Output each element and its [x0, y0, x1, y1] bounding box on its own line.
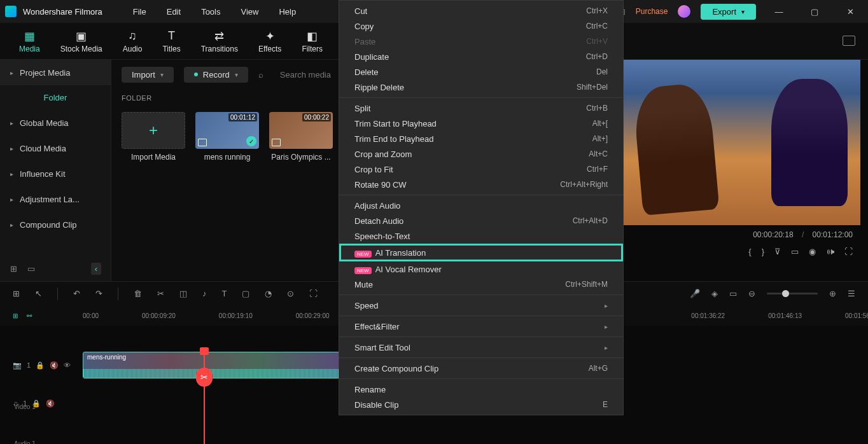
ctx-duplicate[interactable]: DuplicateCtrl+D: [339, 49, 623, 64]
eye-icon[interactable]: 👁: [64, 361, 71, 370]
sidebar-item-global-media[interactable]: ▸Global Media: [0, 110, 111, 135]
tab-titles[interactable]: TTitles: [162, 29, 180, 53]
brace-close-icon[interactable]: }: [762, 247, 764, 256]
close-button[interactable]: ✕: [837, 0, 863, 23]
snapshot-icon[interactable]: [843, 36, 855, 46]
collapse-icon[interactable]: ‹: [91, 263, 101, 275]
ratio-icon[interactable]: ▭: [729, 289, 737, 298]
tab-transitions[interactable]: ⇄Transitions: [201, 29, 238, 53]
ctx-crop-and-zoom[interactable]: Crop and ZoomAlt+C: [339, 146, 623, 162]
media-clip[interactable]: 00:00:22 Paris Olympics ...: [269, 112, 333, 162]
speed-icon[interactable]: ◔: [265, 289, 272, 298]
lock-icon[interactable]: 🔒: [36, 361, 45, 370]
ctx-mute[interactable]: MuteCtrl+Shift+M: [339, 277, 623, 292]
display-icon[interactable]: ▭: [791, 247, 799, 256]
tab-filters[interactable]: ◧Filters: [302, 29, 323, 53]
maximize-button[interactable]: ▢: [802, 0, 827, 23]
track-add-icon[interactable]: ⊞: [13, 312, 18, 319]
export-button[interactable]: Export▾: [701, 4, 756, 20]
ctx-speed[interactable]: Speed: [339, 298, 623, 313]
undo-icon[interactable]: ↶: [73, 289, 80, 298]
menu-tools[interactable]: Tools: [192, 4, 229, 19]
ctx-speech-to-text[interactable]: Speech-to-Text: [339, 228, 623, 244]
zoom-in-icon[interactable]: ⊕: [829, 289, 836, 298]
mute-icon[interactable]: 🔇: [46, 399, 55, 408]
preview-video[interactable]: [612, 60, 860, 225]
shortcut: Ctrl+Alt+D: [573, 216, 608, 225]
brace-open-icon[interactable]: {: [748, 247, 751, 256]
tab-media[interactable]: ▦Media: [19, 29, 40, 53]
sidebar-item-influence-kit[interactable]: ▸Influence Kit: [0, 161, 111, 186]
record-button[interactable]: Record▾: [184, 67, 248, 83]
volume-icon[interactable]: 🕪: [826, 247, 834, 256]
new-folder-icon[interactable]: ⊞: [10, 264, 17, 274]
music-icon[interactable]: ♪: [202, 289, 207, 298]
tab-effects[interactable]: ✦Effects: [258, 29, 281, 53]
video-clip[interactable]: mens-running: [83, 352, 344, 378]
timer-icon[interactable]: ⊙: [287, 289, 294, 298]
ctx-smart-edit-tool[interactable]: Smart Edit Tool: [339, 340, 623, 355]
ctx-trim-end-to-playhead[interactable]: Trim End to PlayheadAlt+]: [339, 131, 623, 146]
ctx-copy[interactable]: CopyCtrl+C: [339, 18, 623, 34]
playhead[interactable]: [204, 350, 205, 444]
effects-icon: ✦: [263, 29, 277, 43]
ctx-cut[interactable]: CutCtrl+X: [339, 3, 623, 18]
ctx-trim-start-to-playhead[interactable]: Trim Start to PlayheadAlt+[: [339, 116, 623, 131]
folder-icon[interactable]: ▭: [27, 264, 35, 274]
minimize-button[interactable]: —: [766, 0, 792, 23]
ctx-detach-audio[interactable]: Detach AudioCtrl+Alt+D: [339, 213, 623, 228]
ctx-effect-filter[interactable]: Effect&Filter: [339, 319, 623, 334]
zoom-slider[interactable]: [767, 293, 818, 295]
crop-icon[interactable]: ◫: [179, 289, 187, 298]
sidebar-item-compound-clip[interactable]: ▸Compound Clip: [0, 212, 111, 237]
cut-icon[interactable]: ✂: [157, 289, 164, 298]
import-button[interactable]: Import▾: [122, 67, 174, 83]
fullscreen-icon[interactable]: ⛶: [844, 247, 853, 256]
purchase-link[interactable]: Purchase: [636, 7, 668, 16]
sidebar-item-project-media[interactable]: ▸Project Media: [0, 60, 111, 85]
menu-edit[interactable]: Edit: [158, 4, 190, 19]
ctx-disable-clip[interactable]: Disable ClipE: [339, 397, 623, 412]
redo-icon[interactable]: ↷: [95, 289, 102, 298]
menu-view[interactable]: View: [232, 4, 267, 19]
sidebar-item-cloud-media[interactable]: ▸Cloud Media: [0, 135, 111, 161]
import-media-card[interactable]: + Import Media: [122, 112, 185, 162]
ctx-rename[interactable]: Rename: [339, 382, 623, 397]
pointer-icon[interactable]: ↖: [35, 289, 42, 298]
folder-label[interactable]: Folder: [0, 85, 111, 110]
user-avatar-icon[interactable]: [678, 5, 690, 18]
mute-icon[interactable]: 🔇: [50, 361, 59, 370]
frame-icon[interactable]: ▢: [242, 289, 249, 298]
menu-file[interactable]: File: [124, 4, 155, 19]
text-icon[interactable]: T: [222, 289, 227, 298]
chevron-right-icon: ▸: [10, 69, 13, 76]
media-clip[interactable]: 00:01:12✓ mens running: [195, 112, 259, 162]
ctx-adjust-audio[interactable]: Adjust Audio: [339, 198, 623, 213]
ctx-ai-translation[interactable]: NEWAI Translation: [339, 244, 623, 261]
zoom-out-icon[interactable]: ⊖: [748, 289, 755, 298]
expand-icon[interactable]: ⛶: [309, 289, 318, 298]
link-icon[interactable]: ⚯: [27, 312, 32, 319]
video-icon[interactable]: 📷: [13, 361, 22, 370]
tab-stock-media[interactable]: ▣Stock Media: [60, 29, 102, 53]
delete-icon[interactable]: 🗑: [134, 289, 142, 298]
mic-icon[interactable]: 🎤: [690, 289, 700, 298]
ctx-crop-to-fit[interactable]: Crop to FitCtrl+F: [339, 162, 623, 177]
chevron-right-icon: ▸: [10, 170, 13, 177]
ctx-ai-vocal-remover[interactable]: NEWAI Vocal Remover: [339, 261, 623, 277]
ctx-split[interactable]: SplitCtrl+B: [339, 101, 623, 116]
view-icon[interactable]: ☰: [848, 289, 855, 298]
sidebar-item-adjustment-layer[interactable]: ▸Adjustment La...: [0, 186, 111, 212]
camera-icon[interactable]: ◉: [809, 247, 816, 256]
grid-icon[interactable]: ⊞: [13, 289, 20, 298]
ctx-rotate-90-cw[interactable]: Rotate 90 CWCtrl+Alt+Right: [339, 177, 623, 192]
ctx-create-compound-clip[interactable]: Create Compound ClipAlt+G: [339, 361, 623, 376]
marker-icon[interactable]: ⊽: [774, 247, 781, 256]
reel-icon: [272, 139, 281, 146]
ctx-delete[interactable]: DeleteDel: [339, 64, 623, 80]
menu-help[interactable]: Help: [270, 4, 305, 19]
tab-audio[interactable]: ♫Audio: [123, 29, 143, 53]
cut-handle-icon[interactable]: ✂: [196, 368, 213, 387]
marker2-icon[interactable]: ◈: [711, 289, 718, 298]
ctx-ripple-delete[interactable]: Ripple DeleteShift+Del: [339, 80, 623, 95]
